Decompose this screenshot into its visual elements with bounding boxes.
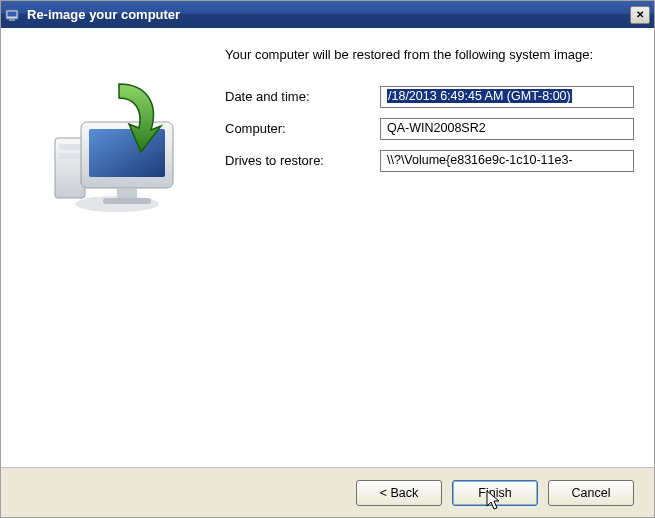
button-bar: < Back Finish Cancel bbox=[1, 467, 654, 517]
back-button[interactable]: < Back bbox=[356, 480, 442, 506]
svg-rect-9 bbox=[117, 188, 137, 198]
window-title: Re-image your computer bbox=[27, 7, 630, 22]
illustration-panel bbox=[17, 46, 217, 451]
svg-rect-10 bbox=[103, 198, 151, 204]
titlebar: Re-image your computer ✕ bbox=[1, 1, 654, 28]
date-value[interactable]: /18/2013 6:49:45 AM (GMT-8:00) bbox=[380, 86, 634, 108]
computer-label: Computer: bbox=[225, 121, 380, 136]
computer-restore-icon bbox=[47, 76, 187, 216]
wizard-window: Re-image your computer ✕ bbox=[0, 0, 655, 518]
date-label: Date and time: bbox=[225, 89, 380, 104]
cancel-button[interactable]: Cancel bbox=[548, 480, 634, 506]
intro-text: Your computer will be restored from the … bbox=[225, 46, 634, 64]
drives-label: Drives to restore: bbox=[225, 153, 380, 168]
app-icon bbox=[5, 7, 21, 23]
close-button[interactable]: ✕ bbox=[630, 6, 650, 24]
svg-rect-1 bbox=[8, 11, 17, 16]
drives-row: Drives to restore: \\?\Volume{e8316e9c-1… bbox=[225, 150, 634, 172]
finish-button[interactable]: Finish bbox=[452, 480, 538, 506]
date-row: Date and time: /18/2013 6:49:45 AM (GMT-… bbox=[225, 86, 634, 108]
svg-rect-5 bbox=[59, 144, 81, 150]
svg-rect-2 bbox=[9, 19, 15, 21]
drives-value[interactable]: \\?\Volume{e8316e9c-1c10-11e3- bbox=[380, 150, 634, 172]
info-panel: Your computer will be restored from the … bbox=[217, 46, 638, 451]
computer-row: Computer: QA-WIN2008SR2 bbox=[225, 118, 634, 140]
svg-rect-6 bbox=[59, 153, 81, 159]
content-area: Your computer will be restored from the … bbox=[1, 28, 654, 467]
computer-value[interactable]: QA-WIN2008SR2 bbox=[380, 118, 634, 140]
